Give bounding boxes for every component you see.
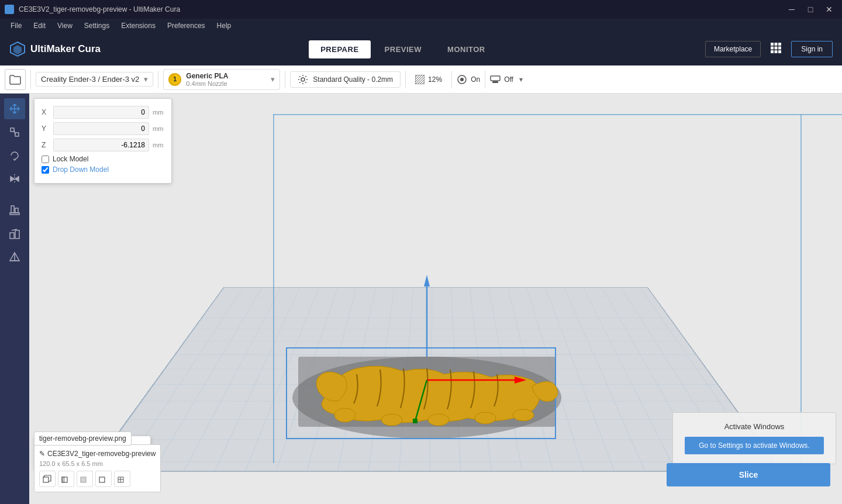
activate-link[interactable]: Go to Settings to activate Windows. (685, 437, 824, 454)
menu-preferences[interactable]: Preferences (161, 19, 211, 33)
svg-rect-51 (99, 477, 105, 482)
obj-icon-full[interactable] (77, 471, 93, 487)
lock-model-checkbox[interactable] (42, 156, 49, 163)
app-icon (5, 5, 14, 14)
quality-name: Standard Quality - 0.2mm (313, 75, 393, 84)
support-tool[interactable] (4, 200, 25, 221)
adhesion-state: Off (504, 75, 513, 84)
obj-icon-grid[interactable] (114, 471, 130, 487)
quality-settings[interactable]: Standard Quality - 0.2mm (290, 71, 401, 88)
obj-icon-empty[interactable] (95, 471, 112, 487)
mirror-tool[interactable] (4, 168, 25, 189)
signin-button[interactable]: Sign in (791, 41, 833, 57)
svg-line-17 (415, 75, 425, 84)
object-filename: tiger-removebg-preview.png (39, 434, 126, 443)
svg-rect-3 (771, 43, 774, 46)
y-axis-end (413, 419, 417, 423)
filament-name: Generic PLA (186, 72, 228, 80)
svg-point-0 (6, 6, 12, 12)
titlebar-left: CE3E3V2_tiger-removebg-preview - UltiMak… (5, 5, 180, 14)
obj-icon-half[interactable] (58, 471, 74, 487)
menu-help[interactable]: Help (211, 19, 237, 33)
nav-prepare[interactable]: PREPARE (309, 40, 370, 58)
rotate-tool[interactable] (4, 145, 25, 166)
x-unit: mm (153, 109, 164, 116)
svg-rect-32 (11, 206, 14, 213)
svg-line-20 (422, 82, 425, 84)
svg-point-42 (428, 414, 449, 426)
topnav: UltiMaker Cura PREPARE PREVIEW MONITOR M… (0, 33, 842, 65)
z-label: Z (42, 141, 50, 149)
svg-rect-23 (491, 76, 500, 81)
maximize-button[interactable]: □ (802, 4, 819, 15)
svg-line-27 (14, 130, 15, 134)
support-state: On (471, 75, 480, 84)
svg-rect-49 (62, 477, 64, 482)
svg-rect-10 (775, 50, 778, 53)
logo-text: UltiMaker Cura (30, 43, 101, 55)
svg-rect-46 (43, 477, 49, 482)
obj-icon-cube[interactable] (39, 471, 56, 487)
slice-button[interactable]: Slice (667, 463, 830, 486)
nav-preview[interactable]: PREVIEW (373, 40, 433, 58)
viewport[interactable]: X mm Y mm Z mm Lock Model Drop Down Mode… (29, 94, 842, 504)
z-coord-row: Z mm (42, 139, 164, 151)
svg-rect-24 (492, 81, 498, 83)
filament-select[interactable]: 1 Generic PLA 0.4mm Nozzle ▾ (163, 69, 280, 90)
scale-tool[interactable] (4, 122, 25, 143)
nav-buttons: PREPARE PREVIEW MONITOR (309, 40, 497, 58)
svg-marker-2 (13, 45, 22, 54)
minimize-button[interactable]: ─ (784, 4, 800, 15)
close-button[interactable]: ✕ (821, 4, 837, 15)
menu-extensions[interactable]: Extensions (115, 19, 161, 33)
x-input[interactable] (53, 106, 149, 119)
svg-rect-8 (778, 46, 781, 49)
marketplace-button[interactable]: Marketplace (705, 41, 761, 57)
grid-button[interactable] (765, 40, 786, 59)
logo-icon (9, 41, 26, 57)
menu-settings[interactable]: Settings (78, 19, 115, 33)
svg-line-19 (420, 80, 425, 84)
infill-percent: 12% (428, 75, 442, 84)
filament-dropdown-arrow: ▾ (271, 75, 275, 84)
printer-name: Creality Ender-3 / Ender-3 v2 (41, 75, 139, 84)
menu-file[interactable]: File (5, 19, 27, 33)
y-unit: mm (153, 125, 164, 132)
per-model-tool[interactable] (4, 223, 25, 244)
menu-edit[interactable]: Edit (27, 19, 51, 33)
adhesion-section[interactable]: Off (490, 75, 513, 84)
drop-model-label[interactable]: Drop Down Model (53, 165, 109, 174)
filament-info: Generic PLA 0.4mm Nozzle (186, 72, 228, 87)
lock-model-label[interactable]: Lock Model (53, 155, 88, 163)
settings-dropdown-arrow[interactable]: ▾ (516, 73, 526, 86)
svg-point-44 (513, 409, 534, 421)
titlebar-controls[interactable]: ─ □ ✕ (784, 4, 837, 15)
separator-1 (30, 71, 31, 88)
nav-monitor[interactable]: MONITOR (436, 40, 497, 58)
printer-dropdown-arrow: ▾ (144, 75, 148, 84)
svg-rect-33 (15, 208, 18, 213)
drop-model-checkbox[interactable] (42, 166, 49, 174)
svg-point-12 (301, 78, 305, 81)
svg-line-15 (415, 75, 420, 80)
separator-5 (451, 71, 452, 88)
menu-view[interactable]: View (51, 19, 78, 33)
folder-button[interactable] (5, 69, 26, 90)
position-panel: X mm Y mm Z mm Lock Model Drop Down Mode… (34, 98, 172, 184)
support-section[interactable]: On (457, 74, 480, 85)
printer-select[interactable]: Creality Ender-3 / Ender-3 v2 ▾ (36, 72, 153, 87)
svg-rect-6 (771, 46, 774, 49)
filament-nozzle: 0.4mm Nozzle (186, 80, 228, 87)
edit-icon: ✎ (39, 450, 45, 458)
svg-line-14 (415, 75, 417, 77)
main-area: X mm Y mm Z mm Lock Model Drop Down Mode… (0, 94, 842, 504)
nav-right: Marketplace Sign in (705, 40, 833, 59)
support-mesh-tool[interactable] (4, 247, 25, 268)
drop-model-row: Drop Down Model (42, 165, 164, 174)
y-input[interactable] (53, 122, 149, 135)
z-input[interactable] (53, 139, 149, 151)
move-tool[interactable] (4, 98, 25, 119)
svg-point-40 (334, 408, 356, 422)
infill-section[interactable]: 12% (410, 75, 447, 84)
svg-rect-9 (771, 50, 774, 53)
